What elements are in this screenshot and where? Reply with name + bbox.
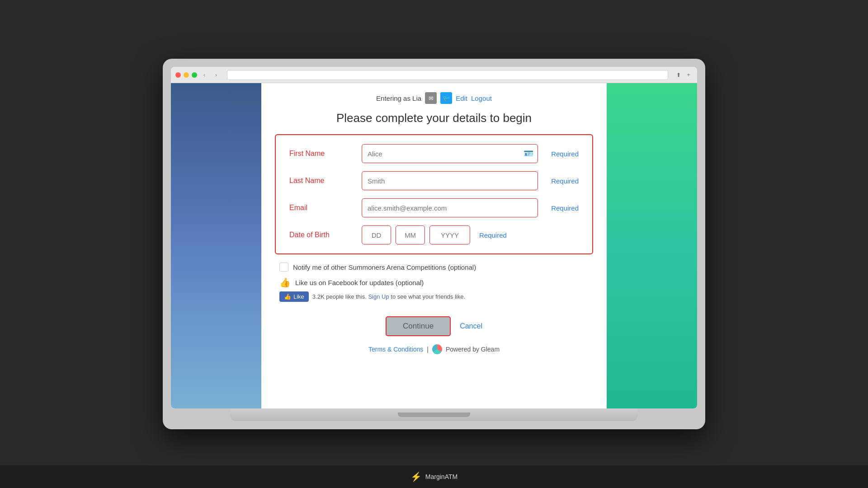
facebook-label: Like us on Facebook for updates (optiona… bbox=[295, 279, 424, 286]
notify-label: Notify me of other Summoners Arena Compe… bbox=[293, 263, 476, 271]
facebook-like-row: 👍 Like us on Facebook for updates (optio… bbox=[279, 277, 589, 288]
page-title: Please complete your details to begin bbox=[336, 111, 532, 125]
first-name-row: First Name 🪪 Required bbox=[289, 144, 579, 163]
last-name-input-wrap bbox=[362, 171, 538, 190]
form-container: First Name 🪪 Required Last Name bbox=[275, 134, 593, 254]
dob-required: Required bbox=[479, 225, 520, 244]
last-name-label: Last Name bbox=[289, 177, 362, 185]
form-footer: Terms & Conditions | Powered by Gleam bbox=[368, 344, 500, 354]
button-row: Continue Cancel bbox=[386, 316, 482, 336]
fb-thumb-icon: 👍 bbox=[284, 293, 291, 300]
entering-text: Entering as Lia bbox=[376, 94, 421, 102]
browser-toolbar: ‹ › ⬆ ＋ bbox=[171, 67, 697, 83]
taskbar-app-icon: ⚡ bbox=[410, 471, 422, 482]
taskbar-app-name: MarginATM bbox=[425, 473, 458, 480]
notify-row: Notify me of other Summoners Arena Compe… bbox=[279, 263, 589, 272]
dob-row: Date of Birth Required bbox=[289, 225, 579, 244]
dob-year-input[interactable] bbox=[429, 225, 470, 244]
header-bar: Entering as Lia ✉ 🐦 Edit Logout bbox=[376, 92, 492, 104]
forward-button[interactable]: › bbox=[212, 70, 221, 80]
gleam-icon bbox=[432, 344, 442, 354]
close-dot[interactable] bbox=[175, 72, 181, 78]
first-name-input-wrap: 🪪 bbox=[362, 144, 538, 163]
dob-month-input[interactable] bbox=[396, 225, 425, 244]
url-bar[interactable] bbox=[227, 70, 668, 80]
last-name-input[interactable] bbox=[362, 171, 538, 190]
email-row: Email Required bbox=[289, 198, 579, 217]
twitter-icon[interactable]: 🐦 bbox=[440, 92, 452, 104]
fb-signup-link[interactable]: Sign Up bbox=[368, 293, 389, 300]
email-icon[interactable]: ✉ bbox=[425, 92, 437, 104]
first-name-label: First Name bbox=[289, 150, 362, 158]
first-name-input[interactable] bbox=[362, 144, 538, 163]
sidebar-left bbox=[171, 83, 261, 408]
add-tab-icon[interactable]: ＋ bbox=[684, 71, 693, 79]
powered-by-gleam: Powered by Gleam bbox=[446, 346, 500, 353]
taskbar: ⚡ MarginATM bbox=[0, 465, 868, 488]
last-name-required: Required bbox=[538, 177, 579, 185]
email-input[interactable] bbox=[362, 198, 538, 217]
page-content: Entering as Lia ✉ 🐦 Edit Logout Please c… bbox=[171, 83, 697, 408]
email-input-wrap bbox=[362, 198, 538, 217]
cancel-link[interactable]: Cancel bbox=[460, 322, 482, 330]
notify-checkbox[interactable] bbox=[279, 263, 288, 272]
email-required: Required bbox=[538, 204, 579, 212]
dob-label: Date of Birth bbox=[289, 231, 362, 239]
browser-action-icons: ⬆ ＋ bbox=[675, 71, 693, 79]
footer-separator: | bbox=[427, 346, 429, 353]
id-card-icon: 🪪 bbox=[524, 149, 533, 159]
share-icon[interactable]: ⬆ bbox=[675, 71, 683, 79]
dob-inputs-wrap: Required bbox=[362, 225, 579, 244]
maximize-dot[interactable] bbox=[192, 72, 197, 78]
fb-like-widget: 👍 Like 3.2K people like this. Sign Up to… bbox=[279, 291, 589, 302]
terms-link[interactable]: Terms & Conditions bbox=[368, 346, 423, 353]
laptop-notch bbox=[398, 413, 470, 417]
back-button[interactable]: ‹ bbox=[200, 70, 209, 80]
browser-frame: ‹ › ⬆ ＋ Entering as Lia ✉ 🐦 Edit Logout bbox=[171, 67, 697, 408]
first-name-input-container: 🪪 bbox=[362, 144, 538, 163]
email-label: Email bbox=[289, 204, 362, 212]
continue-button[interactable]: Continue bbox=[386, 316, 451, 336]
edit-link[interactable]: Edit bbox=[456, 94, 467, 102]
main-content: Entering as Lia ✉ 🐦 Edit Logout Please c… bbox=[261, 83, 607, 408]
thumbs-up-icon: 👍 bbox=[279, 277, 291, 288]
laptop-base bbox=[231, 408, 637, 421]
fb-count: 3.2K people like this. Sign Up to see wh… bbox=[312, 293, 465, 300]
sidebar-right bbox=[607, 83, 697, 408]
fb-like-label: Like bbox=[293, 293, 304, 300]
last-name-row: Last Name Required bbox=[289, 171, 579, 190]
first-name-required: Required bbox=[538, 150, 579, 158]
dob-day-input[interactable] bbox=[362, 225, 391, 244]
logout-link[interactable]: Logout bbox=[471, 94, 492, 102]
laptop-shell: ‹ › ⬆ ＋ Entering as Lia ✉ 🐦 Edit Logout bbox=[163, 59, 705, 429]
fb-like-button[interactable]: 👍 Like bbox=[279, 291, 309, 302]
minimize-dot[interactable] bbox=[184, 72, 189, 78]
extras-section: Notify me of other Summoners Arena Compe… bbox=[275, 263, 593, 310]
